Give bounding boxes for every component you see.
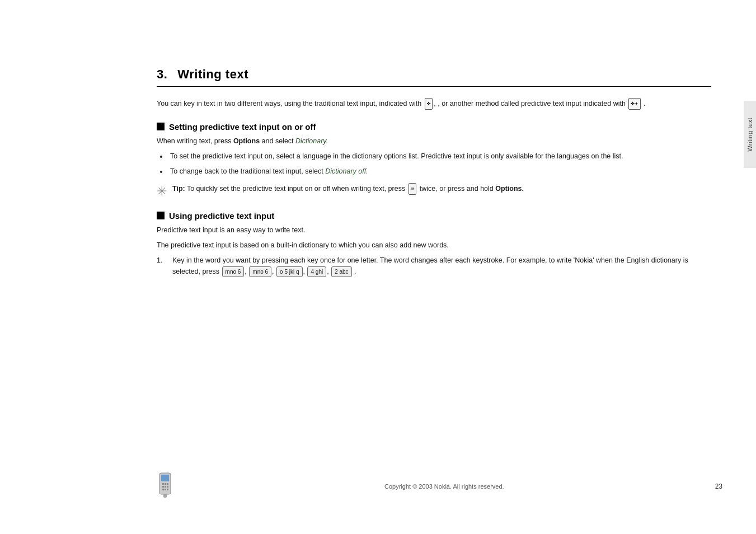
predictive-icon: ✤✦	[628, 98, 640, 110]
section1-heading: Setting predictive text input on or off	[157, 122, 711, 132]
svg-rect-8	[162, 489, 164, 490]
side-tab-label: Writing text	[746, 118, 753, 152]
chapter-heading: 3.Writing text	[157, 67, 711, 87]
chapter-number: 3.	[157, 67, 167, 81]
footer-copyright: Copyright © 2003 Nokia. All rights reser…	[185, 483, 704, 490]
section2-title: Using predictive text input	[169, 211, 274, 221]
tip-options-label: Options.	[495, 184, 524, 192]
section1-intro-text: When writing text, press	[157, 137, 231, 145]
tip-text1: To quickly set the predictive text input…	[187, 184, 405, 192]
intro-paragraph: You can key in text in two different way…	[157, 98, 711, 110]
dictionary-off-label: Dictionary off.	[325, 167, 368, 175]
svg-rect-7	[167, 486, 168, 488]
intro-text2: , or another method called predictive te…	[438, 100, 626, 107]
tip-key-icon: ⌨	[408, 183, 417, 195]
key-o5jkl: o 5 jkl q	[276, 266, 302, 278]
section1-intro: When writing text, press Options and sel…	[157, 136, 711, 147]
key-4ghi: 4 ghi	[307, 266, 326, 278]
key-mno6-2: mno 6	[249, 266, 271, 278]
numbered-item-1: 1. Key in the word you want by pressing …	[157, 255, 711, 277]
bullet-item-2: To change back to the traditional text i…	[168, 166, 711, 177]
chapter-title: Writing text	[177, 67, 248, 81]
section2-heading: Using predictive text input	[157, 211, 711, 221]
numbered-list: 1. Key in the word you want by pressing …	[157, 255, 711, 277]
dictionary-label: Dictionary.	[295, 137, 328, 145]
svg-rect-6	[165, 486, 166, 488]
tip-icon: ✳	[157, 184, 167, 199]
step-number: 1.	[157, 255, 168, 277]
section1-title: Setting predictive text input on or off	[169, 122, 316, 132]
section2-para1: Predictive text input is an easy way to …	[157, 225, 711, 236]
svg-rect-5	[162, 486, 164, 488]
section1-bullets: To set the predictive text input on, sel…	[168, 151, 711, 177]
svg-rect-10	[167, 489, 168, 490]
tip-text-container: Tip: To quickly set the predictive text …	[172, 183, 524, 195]
traditional-icon: ✤	[425, 98, 433, 110]
intro-text1: You can key in text in two different way…	[157, 100, 421, 107]
options-label: Options	[233, 137, 260, 145]
step1-text: Key in the word you want by pressing eac…	[172, 255, 711, 277]
key-mno6-1: mno 6	[222, 266, 245, 278]
main-content: 3.Writing text You can key in text in tw…	[157, 56, 722, 293]
tip-box: ✳ Tip: To quickly set the predictive tex…	[157, 183, 711, 199]
intro-text3: .	[644, 100, 645, 107]
tip-text2: twice, or press and hold	[420, 184, 494, 192]
svg-rect-9	[165, 489, 166, 490]
svg-rect-4	[167, 483, 168, 485]
footer-page-number: 23	[715, 483, 722, 490]
key-2abc: 2 abc	[331, 266, 351, 278]
svg-rect-1	[161, 475, 169, 481]
section1-square-icon	[157, 123, 165, 130]
svg-rect-3	[165, 483, 166, 485]
step1-end: .	[354, 268, 356, 275]
and-select-text: and select	[262, 137, 294, 145]
bullet-item-1: To set the predictive text input on, sel…	[168, 151, 711, 162]
svg-rect-2	[162, 483, 164, 485]
section2-para2: The predictive text input is based on a …	[157, 240, 711, 251]
tip-label: Tip:	[172, 184, 185, 192]
svg-point-11	[163, 494, 167, 498]
footer: Copyright © 2003 Nokia. All rights reser…	[157, 472, 722, 500]
section2-square-icon	[157, 212, 165, 219]
side-tab: Writing text	[744, 101, 756, 168]
phone-icon	[157, 472, 173, 500]
